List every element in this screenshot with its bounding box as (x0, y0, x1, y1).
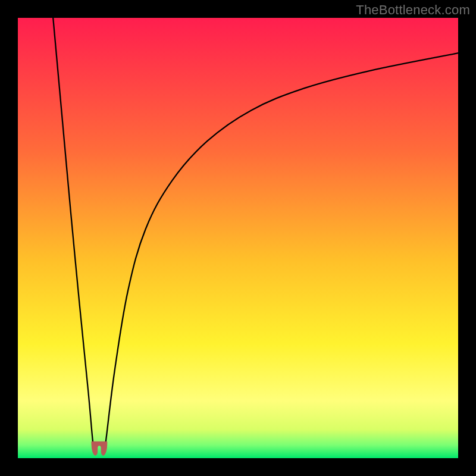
plot-area (18, 18, 458, 458)
plot-background (18, 18, 458, 458)
watermark-label: TheBottleneck.com (356, 2, 470, 18)
chart-frame: TheBottleneck.com (0, 0, 476, 476)
chart-canvas (18, 18, 458, 458)
